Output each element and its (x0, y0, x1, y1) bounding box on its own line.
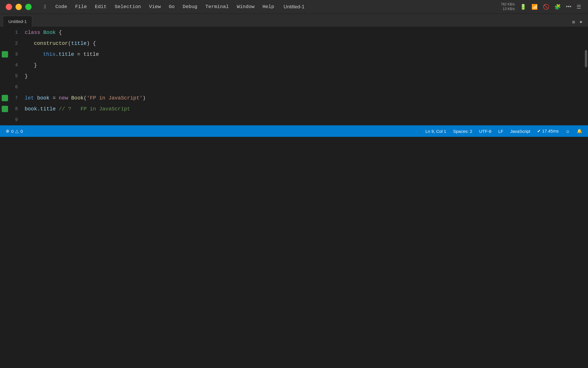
cursor-position[interactable]: Ln 9, Col 1 (425, 129, 446, 134)
gutter-row-4: 4 (0, 60, 20, 71)
minimize-button[interactable] (16, 4, 22, 10)
tab-untitled1[interactable]: Untitled-1 (3, 16, 32, 27)
status-left: ⊗ 0 △ 0 (6, 129, 23, 134)
line-number-4: 4 (9, 63, 18, 68)
tab-actions: ⊞ ● (572, 19, 588, 27)
line-number-1: 1 (9, 30, 18, 35)
no-entry-icon: 🚫 (543, 4, 549, 10)
line-gutter: 1 2 3 4 5 6 7 8 (0, 27, 20, 125)
gutter-row-7: 7 (0, 93, 20, 103)
code-line-7: let book = new Book('FP in JavaScript') (25, 93, 584, 103)
warning-number: 0 (20, 129, 23, 134)
eol-type[interactable]: LF (498, 129, 503, 134)
line-number-9: 9 (9, 117, 18, 122)
menu-view[interactable]: View (145, 0, 165, 14)
more-icon: ••• (566, 4, 571, 10)
line-number-3: 3 (9, 52, 18, 57)
unsaved-indicator: ● (579, 20, 582, 25)
error-number: 0 (11, 129, 13, 134)
error-icon: ⊗ (6, 129, 9, 134)
tab-bar: Untitled-1 ⊞ ● (0, 14, 588, 27)
line-number-6: 6 (9, 85, 18, 90)
menu-edit[interactable]: Edit (91, 0, 111, 14)
window-title: Untitled-1 (284, 4, 305, 10)
gutter-row-2: 2 (0, 38, 20, 49)
apple-menu[interactable]:  (40, 0, 51, 14)
menu-bar:  Code File Edit Selection View Go Debug… (40, 0, 278, 14)
menu-terminal[interactable]: Terminal (201, 0, 233, 14)
network-speed: 782 KB/s 13 KB/s (501, 2, 515, 11)
breakpoint-8[interactable] (2, 106, 8, 112)
gutter-row-3: 3 (0, 49, 20, 60)
gutter-row-5: 5 (0, 71, 20, 82)
titlebar:  Code File Edit Selection View Go Debug… (0, 0, 588, 14)
warning-icon: △ (15, 129, 19, 134)
scrollbar-thumb[interactable] (585, 50, 587, 67)
timing: ✔ 17.45ms (537, 129, 559, 134)
titlebar-right: 782 KB/s 13 KB/s 🔋 📶 🚫 🧩 ••• ☰ (501, 2, 588, 11)
code-line-6 (25, 82, 584, 93)
traffic-lights (0, 4, 32, 10)
gutter-row-8: 8 (0, 103, 20, 114)
menu-selection[interactable]: Selection (111, 0, 145, 14)
gutter-row-1: 1 (0, 27, 20, 38)
menu-go[interactable]: Go (165, 0, 179, 14)
notifications-icon[interactable]: 🔔 (577, 129, 582, 134)
error-count[interactable]: ⊗ 0 △ 0 (6, 129, 23, 134)
download-speed: 13 KB/s (503, 7, 515, 12)
battery-icon: 🔋 (520, 4, 526, 10)
wifi-icon: 📶 (531, 4, 538, 10)
menu-window[interactable]: Window (233, 0, 258, 14)
line-number-2: 2 (9, 41, 18, 46)
upload-speed: 782 KB/s (501, 2, 515, 7)
code-line-4: } (25, 60, 584, 71)
code-line-1: class Book { (25, 27, 584, 38)
code-line-3: this.title = title (25, 49, 584, 60)
code-line-2: constructor(title) { (25, 38, 584, 49)
breakpoint-7[interactable] (2, 95, 8, 101)
status-bar: ⊗ 0 △ 0 Ln 9, Col 1 Spaces: 2 UTF-8 LF J… (0, 125, 588, 137)
vertical-scrollbar[interactable] (584, 27, 588, 125)
extension-icon: 🧩 (554, 4, 561, 10)
menu-help[interactable]: Help (258, 0, 278, 14)
code-line-5: } (25, 71, 584, 82)
line-number-7: 7 (9, 95, 18, 101)
indentation[interactable]: Spaces: 2 (453, 129, 472, 134)
list-icon: ☰ (577, 4, 581, 10)
encoding[interactable]: UTF-8 (479, 129, 492, 134)
close-button[interactable] (6, 4, 12, 10)
menu-file[interactable]: File (71, 0, 91, 14)
editor-main: 1 2 3 4 5 6 7 8 (0, 27, 588, 125)
code-line-8: book.title // ? FP in JavaScript (25, 103, 584, 114)
status-right: Ln 9, Col 1 Spaces: 2 UTF-8 LF JavaScrip… (425, 129, 582, 134)
breakpoint-3[interactable] (2, 51, 8, 57)
line-number-5: 5 (9, 74, 18, 79)
menu-debug[interactable]: Debug (179, 0, 201, 14)
gutter-row-6: 6 (0, 82, 20, 93)
tab-label: Untitled-1 (8, 19, 27, 24)
line-number-8: 8 (9, 106, 18, 112)
maximize-button[interactable] (25, 4, 32, 10)
split-editor-icon[interactable]: ⊞ (572, 19, 575, 25)
gutter-row-9: 9 (0, 114, 20, 125)
menu-code[interactable]: Code (51, 0, 71, 14)
code-line-9 (25, 114, 584, 125)
language-mode[interactable]: JavaScript (510, 129, 530, 134)
code-editor[interactable]: class Book { constructor(title) { this.t… (20, 27, 584, 125)
kw-class-1: class (25, 30, 43, 35)
feedback-icon[interactable]: ☺ (566, 129, 570, 134)
